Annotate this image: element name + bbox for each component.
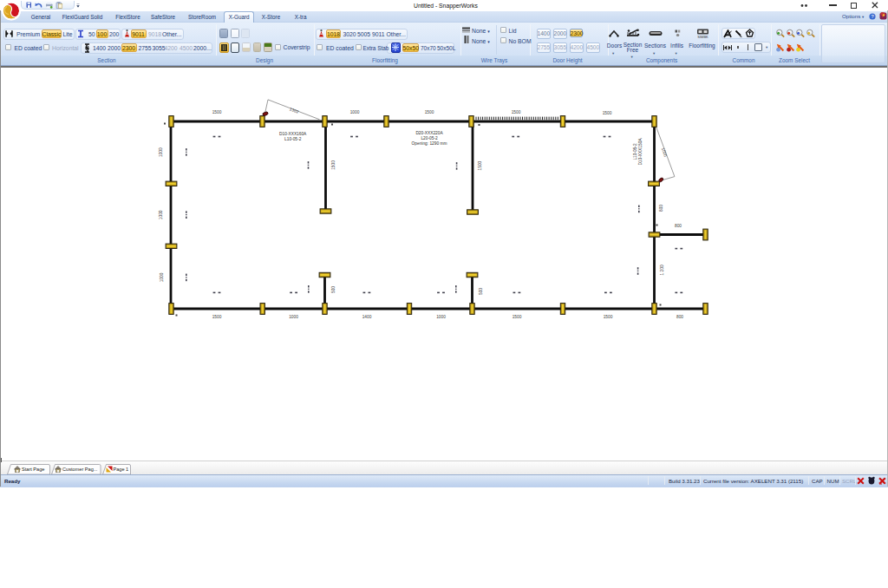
svg-text:800: 800 [676, 315, 683, 319]
svg-text:1 200: 1 200 [661, 265, 665, 275]
svg-text:500: 500 [479, 288, 483, 295]
svg-text:D10-XXX160A: D10-XXX160A [279, 132, 307, 136]
svg-text:500: 500 [331, 286, 336, 293]
svg-text:1400: 1400 [362, 315, 372, 319]
svg-text:800: 800 [659, 205, 663, 212]
svg-text:1500: 1500 [603, 111, 612, 115]
svg-text:1500: 1500 [604, 315, 613, 319]
svg-text:1500: 1500 [512, 110, 521, 114]
svg-text:1500: 1500 [425, 110, 434, 114]
svg-text:1500: 1500 [212, 110, 222, 114]
svg-text:1000: 1000 [160, 272, 164, 282]
svg-text:800: 800 [675, 224, 682, 228]
svg-text:1000: 1000 [160, 147, 164, 157]
svg-text:1500: 1500 [212, 315, 222, 319]
svg-text:1302: 1302 [289, 107, 299, 114]
svg-text:1500: 1500 [331, 160, 336, 170]
svg-text:1500: 1500 [513, 315, 522, 319]
svg-text:1000: 1000 [350, 110, 360, 114]
svg-text:Opening: 1290 mm: Opening: 1290 mm [412, 141, 447, 146]
svg-text:1500: 1500 [478, 160, 482, 170]
svg-text:D20-XXX220A: D20-XXX220A [415, 131, 443, 135]
svg-text:D10-XXX150A: D10-XXX150A [638, 138, 643, 166]
svg-text:1000: 1000 [661, 147, 668, 158]
svg-text:L20-05-2: L20-05-2 [421, 136, 438, 140]
svg-text:1000: 1000 [436, 315, 446, 319]
svg-text:L10-05-2: L10-05-2 [633, 143, 637, 160]
svg-text:1000: 1000 [289, 315, 298, 319]
svg-text:L10-05-2: L10-05-2 [284, 137, 302, 141]
svg-text:1000: 1000 [160, 210, 164, 219]
